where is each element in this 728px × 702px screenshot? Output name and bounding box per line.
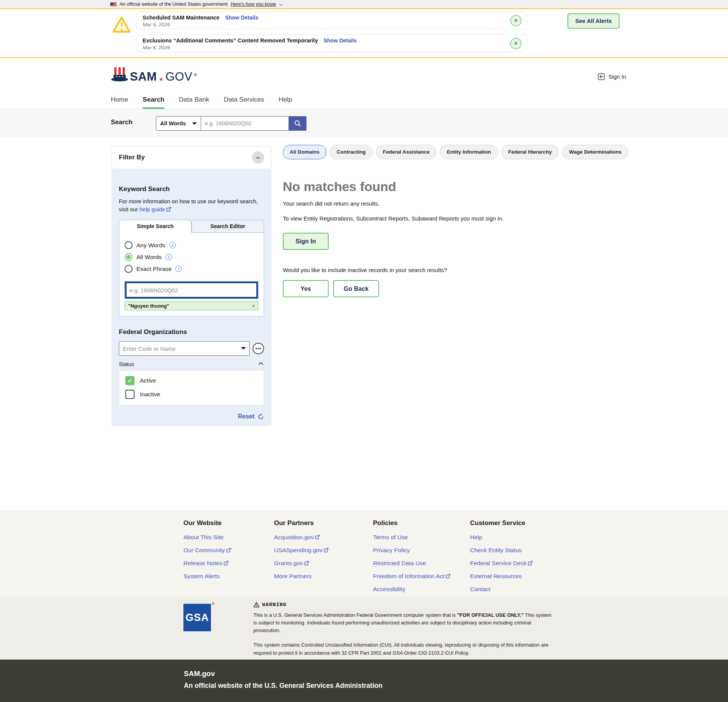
footer-link-terms-of-use[interactable]: Terms of Use <box>373 534 451 541</box>
info-icon[interactable]: i <box>175 266 182 272</box>
more-options-button[interactable]: ••• <box>253 343 264 354</box>
global-search-input[interactable] <box>201 116 289 131</box>
footer-link-release-notes[interactable]: Release Notes <box>183 560 231 567</box>
go-back-button[interactable]: Go Back <box>333 280 379 297</box>
keyword-search-input[interactable] <box>126 282 257 298</box>
gsa-logo: GSA <box>183 604 211 631</box>
show-details-link[interactable]: Show Details <box>323 37 357 44</box>
how-you-know-link[interactable]: Here's how you know <box>231 2 276 7</box>
yes-button[interactable]: Yes <box>283 280 329 297</box>
search-mode-select[interactable]: All Words <box>156 116 201 131</box>
domain-tab-federal-assistance[interactable]: Federal Assistance <box>376 145 437 159</box>
keyword-chip: "Nguyen thuong" × <box>125 301 258 310</box>
warning-paragraph-2: This system contains Controlled Unclassi… <box>253 641 555 657</box>
nav-item-data-services[interactable]: Data Services <box>224 92 264 109</box>
close-alert-button[interactable]: × <box>510 38 522 49</box>
warning-icon <box>253 602 259 608</box>
footer-link-foia[interactable]: Freedom of Information Act <box>373 573 451 580</box>
dark-footer: SAM.gov An official website of the U.S. … <box>0 660 728 702</box>
sign-in-link[interactable]: Sign In <box>597 73 626 81</box>
search-button[interactable] <box>289 116 306 131</box>
close-alert-button[interactable]: × <box>510 15 522 26</box>
refresh-icon <box>258 413 264 420</box>
checkbox-checked-icon[interactable]: ✓ <box>125 376 135 385</box>
footer-link-contact[interactable]: Contact <box>470 586 533 593</box>
gsa-band: GSA ® WARNING This is a U.S. General Ser… <box>0 597 728 660</box>
domain-tab-federal-hierarchy[interactable]: Federal Hierarchy <box>501 145 559 159</box>
nav-item-search[interactable]: Search <box>143 92 164 109</box>
alert-card-exclusions: Exclusions “Additional Comments” Content… <box>136 34 527 52</box>
status-inactive-label: Inactive <box>140 391 160 398</box>
dark-footer-title: SAM.gov <box>184 670 215 678</box>
footer-link-federal-service-desk[interactable]: Federal Service Desk <box>470 560 533 567</box>
caret-down-icon[interactable] <box>241 347 246 350</box>
radio-exact-phrase[interactable] <box>125 265 133 273</box>
no-results-text: Your search did not return any results. <box>283 200 600 207</box>
domain-tab-contracting[interactable]: Contracting <box>330 145 373 159</box>
reset-filters[interactable]: Reset <box>119 413 264 420</box>
info-icon[interactable]: i <box>165 254 172 260</box>
gov-banner: An official website of the United States… <box>0 0 728 8</box>
warning-title-text: WARNING <box>262 602 287 608</box>
status-option-active[interactable]: ✓ Active <box>125 376 258 385</box>
filter-by-title: Filter By <box>119 154 145 161</box>
footer-link-label: Grants.gov <box>274 560 303 566</box>
keyword-info-text: For more information on how to use our k… <box>119 198 264 214</box>
checkbox-unchecked-icon[interactable] <box>125 390 135 399</box>
federal-org-input[interactable] <box>119 341 250 356</box>
footer-link-grants-gov[interactable]: Grants.gov <box>274 560 329 567</box>
sam-gov-page: An official website of the United States… <box>0 0 728 702</box>
footer-link-privacy-policy[interactable]: Privacy Policy <box>373 547 451 554</box>
footer-link-external-resources[interactable]: External Resources <box>470 573 533 580</box>
status-section-toggle[interactable]: Status <box>119 361 264 367</box>
tab-search-editor[interactable]: Search Editor <box>191 220 264 233</box>
footer-link-check-entity-status[interactable]: Check Entity Status <box>470 547 533 554</box>
caret-down-icon <box>192 122 197 125</box>
external-link-icon <box>315 535 320 540</box>
close-icon: × <box>514 17 517 24</box>
alert-date: Mar 6, 2026 <box>143 45 521 50</box>
footer-link-system-alerts[interactable]: System Alerts <box>183 573 231 580</box>
filter-panel: Filter By – Keyword Search For more info… <box>112 146 271 426</box>
help-guide-link[interactable]: help guide <box>139 206 165 212</box>
search-band: Search All Words <box>0 109 728 138</box>
footer-link-label: USASpending.gov <box>274 547 323 553</box>
status-option-inactive[interactable]: Inactive <box>125 390 258 399</box>
nav-item-help[interactable]: Help <box>279 92 292 109</box>
footer-link-help[interactable]: Help <box>470 534 533 541</box>
external-link-icon <box>166 207 171 212</box>
nav-item-home[interactable]: Home <box>111 92 128 109</box>
alert-date: Mar 9, 2026 <box>143 22 521 28</box>
footer-link-accessibility[interactable]: Accessibility <box>373 586 451 593</box>
federal-organizations-heading: Federal Organizations <box>119 328 264 336</box>
status-active-label: Active <box>140 377 156 384</box>
footer-heading-our-partners: Our Partners <box>274 519 329 527</box>
radio-all-words[interactable] <box>125 253 133 261</box>
sign-in-button[interactable]: Sign In <box>283 233 329 250</box>
domain-tab-entity-information[interactable]: Entity Information <box>440 145 498 159</box>
footer-link-usaspending-gov[interactable]: USASpending.gov <box>274 547 329 554</box>
sam-gov-logo[interactable]: SAM★GOV ® <box>111 66 197 83</box>
info-icon[interactable]: i <box>169 242 176 248</box>
footer-link-label: Federal Service Desk <box>470 560 527 566</box>
domain-tab-all-domains[interactable]: All Domains <box>283 145 326 159</box>
ellipsis-icon: ••• <box>255 346 261 351</box>
alert-card-maintenance: Scheduled SAM Maintenance Show Details M… <box>136 11 527 29</box>
footer-link-about-this-site[interactable]: About This Site <box>183 534 231 541</box>
footer-link-our-community[interactable]: Our Community <box>183 547 231 554</box>
nav-item-data-bank[interactable]: Data Bank <box>179 92 209 109</box>
footer-link-restricted-data-use[interactable]: Restricted Data Use <box>373 560 451 567</box>
see-all-alerts-button[interactable]: See All Alerts <box>567 13 619 29</box>
collapse-filters-button[interactable]: – <box>252 151 264 164</box>
show-details-link[interactable]: Show Details <box>225 15 258 21</box>
us-flag-icon <box>110 2 117 6</box>
reset-link[interactable]: Reset <box>238 413 255 420</box>
domain-tab-wage-determinations[interactable]: Wage Determinations <box>562 145 629 159</box>
tab-simple-search[interactable]: Simple Search <box>119 220 191 233</box>
footer-link-acquisition-gov[interactable]: Acquisition.gov <box>274 534 329 541</box>
official-use-only-text: "FOR OFFICIAL USE ONLY." <box>457 612 524 618</box>
warning-title: WARNING <box>253 602 555 608</box>
footer-link-more-partners[interactable]: More Partners <box>274 573 329 580</box>
radio-any-words[interactable] <box>125 241 133 249</box>
chip-close-icon[interactable]: × <box>252 303 255 309</box>
